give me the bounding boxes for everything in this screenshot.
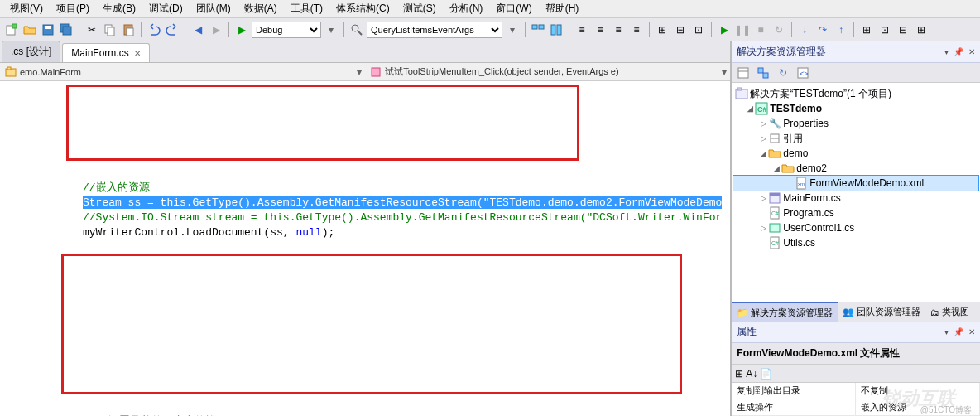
step-over-icon[interactable]: ↷ xyxy=(814,22,831,38)
close-icon[interactable]: ✕ xyxy=(968,327,975,336)
comment-icon[interactable]: ≡ xyxy=(610,22,627,38)
align-icon[interactable]: ⊞ xyxy=(654,22,670,38)
undo-icon[interactable] xyxy=(146,22,162,38)
tree-file-mainform[interactable]: ▷ MainForm.cs xyxy=(733,191,978,206)
copy-icon[interactable] xyxy=(102,22,118,38)
tree-folder-demo[interactable]: ◢ demo xyxy=(733,146,978,161)
step-out-icon[interactable]: ↑ xyxy=(833,22,849,38)
property-row[interactable]: 生成操作 嵌入的资源 xyxy=(732,399,980,416)
menu-debug[interactable]: 调试(D) xyxy=(142,0,190,17)
step-into-icon[interactable]: ↓ xyxy=(796,22,813,38)
menu-project[interactable]: 项目(P) xyxy=(50,0,96,17)
save-icon[interactable] xyxy=(40,22,56,38)
member-dropdown[interactable]: 试试ToolStripMenuItem_Click(object sender,… xyxy=(365,65,718,78)
show-all-icon[interactable] xyxy=(755,65,771,81)
align3-icon[interactable]: ⊡ xyxy=(690,22,707,38)
chevron-down-icon[interactable]: ▾ xyxy=(353,66,365,78)
tree-project[interactable]: ◢ C# TESTdemo xyxy=(733,101,978,116)
pin-icon[interactable]: 📌 xyxy=(954,327,963,336)
tab-design[interactable]: .cs [设计] xyxy=(2,41,60,62)
expand-icon[interactable]: ▷ xyxy=(758,119,768,128)
other2-icon[interactable]: ⊞ xyxy=(913,22,930,38)
stop-icon[interactable]: ■ xyxy=(752,22,769,38)
menu-test[interactable]: 测试(S) xyxy=(396,0,443,17)
extension-icon[interactable]: ⊡ xyxy=(877,22,893,38)
properties-grid[interactable]: 复制到输出目录 不复制 生成操作 嵌入的资源 锐动互联 @51CTO博客 xyxy=(732,383,980,416)
tree-file-program[interactable]: C# Program.cs xyxy=(733,206,978,220)
tab-class-view[interactable]: 🗂类视图 xyxy=(925,302,974,322)
layout2-icon[interactable] xyxy=(548,22,564,38)
tree-properties[interactable]: ▷ 🔧 Properties xyxy=(733,116,978,131)
expand-icon[interactable]: ▷ xyxy=(758,224,768,232)
pause-icon[interactable]: ❚❚ xyxy=(734,22,751,38)
tab-solution-explorer[interactable]: 📁解决方案资源管理器 xyxy=(732,302,838,322)
property-value[interactable]: 嵌入的资源 xyxy=(856,399,980,415)
menu-architecture[interactable]: 体系结构(C) xyxy=(329,0,396,17)
layout-icon[interactable] xyxy=(530,22,546,38)
close-icon[interactable]: ✕ xyxy=(968,47,975,56)
tree-file-usercontrol[interactable]: ▷ UserControl1.cs xyxy=(733,220,978,235)
solution-tree[interactable]: 解决方案“TESTdemo”(1 个项目) ◢ C# TESTdemo ▷ 🔧 … xyxy=(732,83,980,302)
pin-icon[interactable]: 📌 xyxy=(954,47,963,56)
menu-view[interactable]: 视图(V) xyxy=(3,0,50,17)
menu-build[interactable]: 生成(B) xyxy=(96,0,142,17)
tree-file-xml[interactable]: xml FormViewModeDemo.xml xyxy=(733,176,978,191)
open-icon[interactable] xyxy=(22,22,38,38)
property-value[interactable]: 不复制 xyxy=(856,383,980,399)
expand-icon[interactable]: ▷ xyxy=(758,134,768,143)
nav-back-icon[interactable]: ◀ xyxy=(190,22,206,38)
collapse-icon[interactable]: ◢ xyxy=(745,104,755,113)
tree-label: 解决方案“TESTdemo”(1 个项目) xyxy=(750,87,891,101)
find-dropdown[interactable]: QueryListItemsEventArgs xyxy=(367,22,502,38)
other-icon[interactable]: ⊟ xyxy=(895,22,911,38)
cut-icon[interactable]: ✂ xyxy=(84,22,100,38)
collapse-icon[interactable]: ◢ xyxy=(758,149,768,157)
menu-team[interactable]: 团队(M) xyxy=(190,0,238,17)
find-icon[interactable] xyxy=(348,22,365,38)
tab-label: .cs [设计] xyxy=(11,45,51,59)
tree-folder-demo2[interactable]: ◢ demo2 xyxy=(733,161,978,176)
tree-file-utils[interactable]: C# Utils.cs xyxy=(733,235,978,250)
refresh-icon[interactable]: ↻ xyxy=(775,65,791,81)
dropdown-icon[interactable]: ▾ xyxy=(944,47,949,56)
restart-icon[interactable]: ↻ xyxy=(771,22,787,38)
window-icon[interactable]: ⊞ xyxy=(858,22,875,38)
menu-analyze[interactable]: 分析(N) xyxy=(443,0,490,17)
properties-icon[interactable] xyxy=(735,65,752,81)
collapse-icon[interactable]: ◢ xyxy=(771,164,781,172)
find-more-icon[interactable]: ▾ xyxy=(504,22,521,38)
tab-mainform[interactable]: MainForm.cs✕ xyxy=(62,43,149,62)
close-icon[interactable]: ✕ xyxy=(134,49,141,58)
chevron-down-icon[interactable]: ▾ xyxy=(718,66,730,78)
add-item-icon[interactable] xyxy=(3,22,20,38)
align2-icon[interactable]: ⊟ xyxy=(672,22,689,38)
paste-icon[interactable] xyxy=(120,22,137,38)
menu-data[interactable]: 数据(A) xyxy=(238,0,284,17)
indent-left-icon[interactable]: ≡ xyxy=(574,22,590,38)
dropdown-icon[interactable]: ▾ xyxy=(944,327,949,336)
save-all-icon[interactable] xyxy=(58,22,74,38)
property-row[interactable]: 复制到输出目录 不复制 xyxy=(732,383,980,399)
start-debug-icon[interactable]: ▶ xyxy=(233,22,250,38)
nav-forward-icon[interactable]: ▶ xyxy=(208,22,224,38)
menu-help[interactable]: 帮助(H) xyxy=(539,0,586,17)
indent-right-icon[interactable]: ≡ xyxy=(592,22,608,38)
tree-references[interactable]: ▷ 引用 xyxy=(733,131,978,146)
code-editor[interactable]: //嵌入的资源 Stream ss = this.GetType().Assem… xyxy=(0,81,730,416)
categorize-icon[interactable]: ⊞ xyxy=(735,368,743,380)
tree-label: demo xyxy=(783,148,808,159)
redo-icon[interactable] xyxy=(164,22,180,38)
view-code-icon[interactable]: <> xyxy=(795,65,811,81)
tree-solution-root[interactable]: 解决方案“TESTdemo”(1 个项目) xyxy=(733,86,978,101)
class-dropdown[interactable]: emo.MainForm xyxy=(0,66,353,78)
alpha-sort-icon[interactable]: A↓ xyxy=(746,368,757,380)
config-more-icon[interactable]: ▾ xyxy=(323,22,339,38)
uncomment-icon[interactable]: ≡ xyxy=(628,22,645,38)
menu-tools[interactable]: 工具(T) xyxy=(284,0,329,17)
tab-team-explorer[interactable]: 👥团队资源管理器 xyxy=(838,302,925,322)
run-icon[interactable]: ▶ xyxy=(716,22,733,38)
config-dropdown[interactable]: Debug xyxy=(252,22,321,38)
props-page-icon[interactable]: 📄 xyxy=(760,368,772,380)
expand-icon[interactable]: ▷ xyxy=(758,194,768,202)
menu-window[interactable]: 窗口(W) xyxy=(489,0,538,17)
